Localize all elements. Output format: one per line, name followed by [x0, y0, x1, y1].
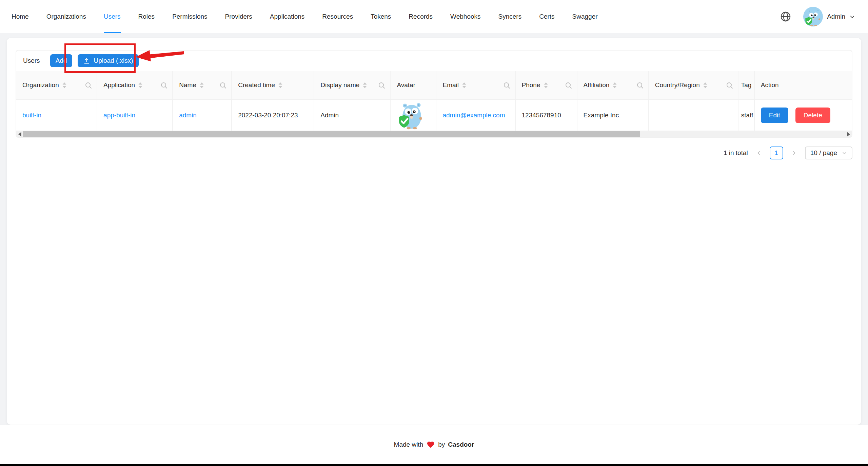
email-link[interactable]: admin@example.com: [442, 112, 505, 119]
chevron-right-icon: [791, 150, 797, 156]
search-icon[interactable]: [219, 82, 226, 89]
pagination-total: 1 in total: [724, 149, 748, 157]
left-triangle-icon: [18, 132, 21, 137]
page-footer: Made with by Casdoor: [0, 425, 868, 464]
nav-right: Admin: [779, 0, 855, 33]
panel-title: Users: [23, 57, 40, 64]
upload-xlsx-button[interactable]: Upload (.xlsx): [78, 54, 138, 67]
sort-carets-icon[interactable]: [363, 82, 367, 88]
chevron-down-icon: [842, 151, 847, 156]
col-affiliation-header[interactable]: Affiliation: [577, 71, 649, 100]
table-row: built-in app-built-in admin 2022-03-20 2…: [16, 100, 852, 131]
cell-application: app-built-in: [97, 100, 173, 131]
nav-item-users[interactable]: Users: [95, 0, 130, 33]
nav-item-resources[interactable]: Resources: [313, 0, 362, 33]
col-country-region-header[interactable]: Country/Region: [649, 71, 738, 100]
edit-button[interactable]: Edit: [761, 108, 788, 123]
cell-country-region: [649, 100, 738, 131]
search-icon[interactable]: [378, 82, 385, 89]
language-globe-icon[interactable]: [779, 10, 792, 23]
scrollbar-track[interactable]: [23, 131, 845, 137]
scroll-left-arrow[interactable]: [16, 131, 23, 137]
search-icon[interactable]: [726, 82, 733, 89]
cell-avatar: [390, 100, 436, 131]
chevron-down-icon: [849, 14, 855, 20]
horizontal-scrollbar: [16, 131, 852, 137]
nav-item-providers[interactable]: Providers: [216, 0, 261, 33]
bottom-black-strip: [0, 464, 868, 466]
heart-icon: [426, 441, 435, 449]
col-phone-header[interactable]: Phone: [515, 71, 577, 100]
user-name-link[interactable]: admin: [179, 112, 197, 119]
cell-email: admin@example.com: [436, 100, 515, 131]
nav-item-syncers[interactable]: Syncers: [490, 0, 531, 33]
footer-by: by: [438, 441, 445, 448]
sort-carets-icon[interactable]: [703, 82, 707, 88]
cell-action: Edit Delete: [754, 100, 852, 131]
col-action-header: Action: [754, 71, 852, 100]
next-page-button[interactable]: [789, 147, 800, 159]
page-size-select[interactable]: 10 / page: [805, 147, 852, 159]
casdoor-users-page: Home Organizations Users Roles Permissio…: [0, 0, 868, 466]
pagination: 1 in total 1 10 / page: [16, 147, 852, 159]
sort-carets-icon[interactable]: [200, 82, 204, 88]
delete-button[interactable]: Delete: [795, 108, 830, 123]
right-triangle-icon: [847, 132, 850, 137]
cell-phone: 12345678910: [515, 100, 577, 131]
nav-item-swagger[interactable]: Swagger: [564, 0, 607, 33]
nav-item-webhooks[interactable]: Webhooks: [441, 0, 489, 33]
sort-carets-icon[interactable]: [462, 82, 466, 88]
scrollbar-thumb[interactable]: [23, 131, 640, 137]
header-row: Organization Application Name: [16, 71, 852, 100]
chevron-left-icon: [756, 150, 762, 156]
table-toolbar: Users Add Upload (.xlsx): [16, 51, 852, 71]
search-icon[interactable]: [85, 82, 92, 89]
application-link[interactable]: app-built-in: [103, 112, 135, 119]
nav-item-certs[interactable]: Certs: [530, 0, 563, 33]
cell-tag: staff: [738, 100, 754, 131]
col-tag-header[interactable]: Tag: [738, 71, 754, 100]
nav-item-roles[interactable]: Roles: [130, 0, 164, 33]
cell-display-name: Admin: [314, 100, 390, 131]
search-icon[interactable]: [503, 82, 510, 89]
cell-name: admin: [173, 100, 232, 131]
cell-affiliation: Example Inc.: [577, 100, 649, 131]
top-nav: Home Organizations Users Roles Permissio…: [0, 0, 868, 33]
nav-item-records[interactable]: Records: [400, 0, 441, 33]
col-display-name-header[interactable]: Display name: [314, 71, 390, 100]
content-card: Users Add Upload (.xlsx): [7, 38, 861, 425]
user-avatar: [803, 7, 823, 26]
add-button[interactable]: Add: [50, 54, 73, 67]
col-organization-header[interactable]: Organization: [16, 71, 97, 100]
footer-made-with: Made with: [394, 441, 423, 448]
users-table: Organization Application Name: [16, 71, 852, 131]
col-name-header[interactable]: Name: [173, 71, 232, 100]
nav-item-applications[interactable]: Applications: [261, 0, 313, 33]
nav-item-home[interactable]: Home: [3, 0, 38, 33]
nav-item-tokens[interactable]: Tokens: [362, 0, 400, 33]
page-number-1[interactable]: 1: [770, 147, 783, 159]
nav-item-organizations[interactable]: Organizations: [38, 0, 95, 33]
nav-item-permissions[interactable]: Permissions: [163, 0, 216, 33]
main-area: Users Add Upload (.xlsx): [0, 33, 868, 425]
cell-organization: built-in: [16, 100, 97, 131]
sort-carets-icon[interactable]: [278, 82, 282, 88]
nav-menu: Home Organizations Users Roles Permissio…: [3, 0, 607, 33]
search-icon[interactable]: [636, 82, 644, 89]
scroll-right-arrow[interactable]: [845, 131, 852, 137]
sort-carets-icon[interactable]: [544, 82, 548, 88]
sort-carets-icon[interactable]: [613, 82, 617, 88]
cell-created-time: 2022-03-20 20:07:23: [232, 100, 314, 131]
sort-carets-icon[interactable]: [138, 82, 142, 88]
sort-carets-icon[interactable]: [62, 82, 66, 88]
user-menu[interactable]: Admin: [798, 7, 855, 26]
prev-page-button[interactable]: [753, 147, 764, 159]
casdoor-brand-link[interactable]: Casdoor: [448, 441, 474, 448]
search-icon[interactable]: [160, 82, 167, 89]
col-created-time-header[interactable]: Created time: [232, 71, 314, 100]
col-email-header[interactable]: Email: [436, 71, 515, 100]
organization-link[interactable]: built-in: [22, 112, 41, 119]
search-icon[interactable]: [565, 82, 572, 89]
user-avatar-image: [397, 101, 425, 130]
col-application-header[interactable]: Application: [97, 71, 173, 100]
